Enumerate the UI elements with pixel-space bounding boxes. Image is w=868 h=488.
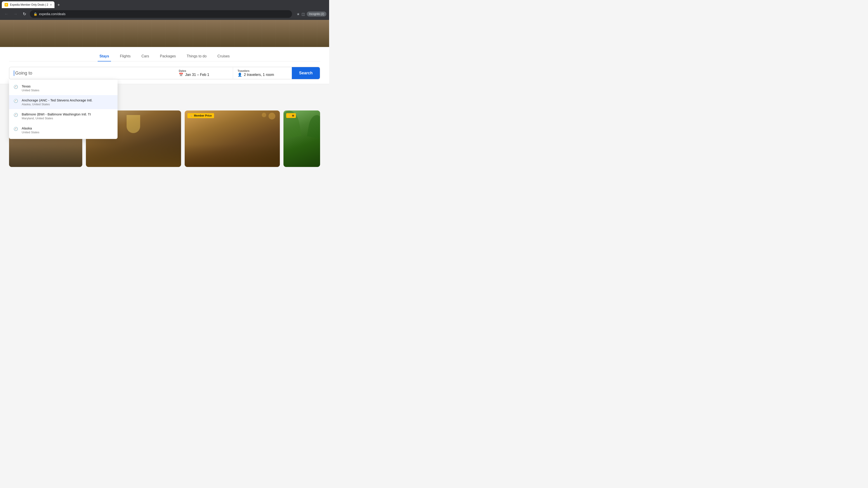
tab-close-button[interactable]: × xyxy=(50,3,52,6)
travelers-label: Travelers xyxy=(238,69,287,72)
destination-field[interactable]: Going to xyxy=(9,67,174,79)
badge-icon-3: 👑 xyxy=(190,114,193,117)
baltimore-name: Baltimore (BWI - Baltimore Washington In… xyxy=(22,112,113,116)
hotel-image-4 xyxy=(283,110,320,167)
dropdown-item-alaska[interactable]: 🕘 Alaska United States xyxy=(9,123,118,137)
active-tab[interactable]: E Expedia Member Only Deals | 2 × xyxy=(2,1,55,8)
location-icon-texas: 🕘 xyxy=(13,85,18,89)
tab-cars[interactable]: Cars xyxy=(140,52,151,61)
anchorage-text: Anchorage (ANC - Ted Stevens Anchorage I… xyxy=(22,98,113,106)
search-section: Stays Flights Cars Packages Things to do… xyxy=(0,47,329,84)
baltimore-text: Baltimore (BWI - Baltimore Washington In… xyxy=(22,112,113,120)
badge-icon-4: 👑 xyxy=(288,114,291,117)
dates-value: Jan 31 – Feb 1 xyxy=(185,73,209,77)
location-icon-anchorage: 🕘 xyxy=(13,99,18,103)
tab-packages[interactable]: Packages xyxy=(158,52,178,61)
dropdown-item-anchorage[interactable]: 🕘 Anchorage (ANC - Ted Stevens Anchorage… xyxy=(9,95,118,109)
hotel-card-4[interactable]: 👑 M xyxy=(283,110,320,167)
tab-favicon: E xyxy=(4,3,8,6)
dates-field[interactable]: Dates 📅 Jan 31 – Feb 1 xyxy=(174,67,233,79)
dates-label: Dates xyxy=(179,69,228,72)
address-bar: ← → ↻ 🔒 expedia.com/deals ★ ◫ Incognito … xyxy=(0,8,329,20)
tab-stays[interactable]: Stays xyxy=(98,52,111,61)
alaska-text: Alaska United States xyxy=(22,126,113,134)
badge-label-4: M xyxy=(292,114,294,117)
anchorage-sub: Alaska, United States xyxy=(22,103,113,106)
tab-cruises[interactable]: Cruises xyxy=(216,52,231,61)
address-input[interactable]: 🔒 expedia.com/deals xyxy=(30,10,292,18)
forward-button[interactable]: → xyxy=(12,10,19,18)
dates-row: 📅 Jan 31 – Feb 1 xyxy=(179,72,228,77)
member-badge-3: 👑 Member Price xyxy=(187,113,214,118)
back-button[interactable]: ← xyxy=(3,10,10,18)
calendar-icon: 📅 xyxy=(179,72,183,77)
new-tab-button[interactable]: + xyxy=(55,2,62,8)
destination-placeholder: Going to xyxy=(15,70,32,76)
address-icons: ★ ◫ xyxy=(297,12,305,16)
travelers-value: 2 travelers, 1 room xyxy=(244,73,274,77)
texas-name: Texas xyxy=(22,84,113,88)
hero-banner xyxy=(0,20,329,47)
search-bar-container: Going to Dates 📅 Jan 31 – Feb 1 Traveler… xyxy=(9,67,320,79)
bookmark-icon[interactable]: ★ xyxy=(297,12,300,16)
destination-dropdown: 🕘 Texas United States 🕘 Anchorage (ANC -… xyxy=(9,79,118,139)
dropdown-item-baltimore[interactable]: 🕘 Baltimore (BWI - Baltimore Washington … xyxy=(9,109,118,123)
search-button[interactable]: Search xyxy=(292,67,320,79)
travelers-field[interactable]: Travelers 👤 2 travelers, 1 room xyxy=(233,67,292,79)
location-icon-baltimore: 🕘 xyxy=(13,113,18,117)
tab-things-to-do[interactable]: Things to do xyxy=(185,52,209,61)
texas-text: Texas United States xyxy=(22,84,113,92)
reload-button[interactable]: ↻ xyxy=(21,10,28,18)
texas-sub: United States xyxy=(22,89,113,92)
dropdown-item-texas[interactable]: 🕘 Texas United States xyxy=(9,81,118,95)
location-icon-alaska: 🕘 xyxy=(13,127,18,131)
page-content: Stays Flights Cars Packages Things to do… xyxy=(0,20,329,174)
tab-flights[interactable]: Flights xyxy=(118,52,132,61)
hotel-image-3 xyxy=(185,110,280,167)
hotel-card-3[interactable]: 👑 Member Price xyxy=(185,110,280,167)
tab-title: Expedia Member Only Deals | 2 xyxy=(10,3,48,6)
cursor xyxy=(14,70,14,76)
url-text: expedia.com/deals xyxy=(39,12,66,16)
member-badge-4: 👑 M xyxy=(286,113,296,118)
baltimore-sub: Maryland, United States xyxy=(22,117,113,120)
travelers-row: 👤 2 travelers, 1 room xyxy=(238,72,287,77)
alaska-sub: United States xyxy=(22,131,113,134)
alaska-name: Alaska xyxy=(22,126,113,130)
search-tabs: Stays Flights Cars Packages Things to do… xyxy=(9,52,320,61)
split-view-icon[interactable]: ◫ xyxy=(302,12,305,16)
badge-label-3: Member Price xyxy=(194,114,212,117)
search-bar: Going to Dates 📅 Jan 31 – Feb 1 Traveler… xyxy=(9,67,320,79)
person-icon: 👤 xyxy=(238,72,242,77)
tab-bar: E Expedia Member Only Deals | 2 × + xyxy=(0,0,329,8)
anchorage-name: Anchorage (ANC - Ted Stevens Anchorage I… xyxy=(22,98,113,102)
incognito-badge[interactable]: Incognito (2) xyxy=(307,11,327,17)
